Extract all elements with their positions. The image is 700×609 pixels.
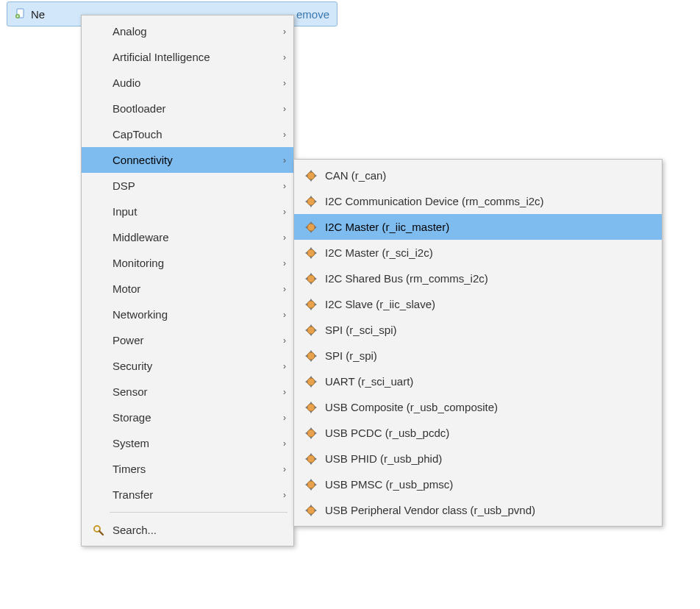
chevron-right-icon: ›: [274, 129, 286, 140]
pin-side-strip: [690, 169, 699, 559]
submenu-item-usb-phid-r-usb-phid[interactable]: USB PHID (r_usb_phid): [294, 446, 662, 471]
submenu-item-label: I2C Master (r_iic_master): [322, 221, 654, 233]
submenu-item-i2c-master-r-sci-i2c[interactable]: I2C Master (r_sci_i2c): [294, 240, 662, 266]
menu-item-dsp[interactable]: DSP›: [82, 173, 293, 199]
menu-item-middleware[interactable]: Middleware›: [82, 224, 293, 250]
menu-item-label: Audio: [110, 76, 274, 89]
submenu-item-usb-pcdc-r-usb-pcdc[interactable]: USB PCDC (r_usb_pcdc): [294, 420, 662, 446]
menu-item-sensor[interactable]: Sensor›: [82, 379, 293, 405]
menu-item-search[interactable]: Search...: [82, 517, 293, 543]
arrow-down-icon: ▼: [643, 112, 654, 122]
menu-item-label: Monitoring: [110, 257, 274, 269]
menu-item-label: Transfer: [110, 488, 274, 501]
menu-item-artificial-intelligence[interactable]: Artificial Intelligence›: [82, 44, 293, 70]
menu-item-label: Search...: [110, 524, 286, 536]
chevron-right-icon: ›: [274, 490, 286, 500]
arrow-down-icon: ▼: [642, 568, 652, 578]
menu-item-motor[interactable]: Motor›: [82, 276, 293, 302]
submenu-item-label: I2C Master (r_sci_i2c): [322, 246, 654, 259]
menu-item-label: DSP: [110, 179, 274, 192]
chevron-right-icon: ›: [274, 310, 286, 320]
module-icon: [300, 504, 322, 517]
svg-point-15: [307, 455, 315, 463]
menu-item-bootloader[interactable]: Bootloader›: [82, 96, 293, 121]
search-icon: [88, 524, 110, 537]
menu-item-power[interactable]: Power›: [82, 327, 293, 353]
module-icon: [300, 324, 322, 337]
submenu-item-label: SPI (r_spi): [322, 349, 654, 362]
pin-cell: ▲ ▼: [641, 94, 656, 129]
submenu-item-spi-r-sci-spi[interactable]: SPI (r_sci_spi): [294, 317, 662, 343]
new-stack-label: Ne: [31, 8, 45, 21]
menu-item-captouch[interactable]: CapTouch›: [82, 121, 293, 147]
module-icon: [300, 169, 322, 182]
submenu-item-label: USB Peripheral Vendor class (r_usb_pvnd): [322, 504, 654, 516]
module-icon: [300, 221, 322, 234]
submenu-item-label: I2C Slave (r_iic_slave): [322, 298, 654, 310]
arrow-down-icon: ▼: [658, 568, 668, 578]
submenu-item-usb-composite-r-usb-composite[interactable]: USB Composite (r_usb_composite): [294, 394, 662, 420]
pin-cell: [674, 94, 688, 129]
chevron-right-icon: ›: [274, 387, 286, 397]
document-add-icon: [15, 8, 26, 20]
module-icon: [300, 478, 322, 491]
menu-item-timers[interactable]: Timers›: [82, 456, 293, 482]
chevron-right-icon: ›: [274, 284, 286, 294]
menu-item-monitoring[interactable]: Monitoring›: [82, 250, 293, 276]
menu-item-networking[interactable]: Networking›: [82, 302, 293, 327]
arrow-up-icon: ▲: [642, 558, 652, 568]
submenu-item-i2c-shared-bus-rm-comms-i2c[interactable]: I2C Shared Bus (rm_comms_i2c): [294, 266, 662, 291]
submenu-item-spi-r-spi[interactable]: SPI (r_spi): [294, 343, 662, 368]
submenu-item-label: I2C Communication Device (rm_comms_i2c): [322, 195, 654, 207]
svg-point-17: [307, 507, 315, 514]
svg-point-14: [307, 430, 315, 437]
menu-item-storage[interactable]: Storage›: [82, 405, 293, 430]
chevron-right-icon: ›: [274, 413, 286, 423]
svg-point-8: [307, 275, 315, 282]
menu-item-audio[interactable]: Audio›: [82, 70, 293, 96]
menu-item-label: Bootloader: [110, 102, 274, 115]
chevron-right-icon: ›: [274, 26, 286, 37]
submenu-item-label: USB Composite (r_usb_composite): [322, 401, 654, 413]
submenu-item-can-r-can[interactable]: CAN (r_can): [294, 163, 662, 188]
submenu-item-label: SPI (r_sci_spi): [322, 324, 654, 336]
menu-item-label: Motor: [110, 282, 274, 295]
menu-item-transfer[interactable]: Transfer›: [82, 482, 293, 508]
menu-item-security[interactable]: Security›: [82, 353, 293, 379]
chevron-right-icon: ›: [274, 464, 286, 474]
chevron-right-icon: ›: [274, 361, 286, 371]
submenu-item-i2c-master-r-iic-master[interactable]: I2C Master (r_iic_master): [294, 214, 662, 240]
svg-point-10: [307, 327, 315, 334]
pin-cell: ▲ ▼: [656, 553, 671, 583]
menu-item-label: CapTouch: [110, 128, 274, 140]
svg-point-16: [307, 481, 315, 488]
chevron-right-icon: ›: [274, 438, 286, 449]
pin-cell: [607, 553, 622, 583]
submenu-item-label: I2C Shared Bus (rm_comms_i2c): [322, 272, 654, 285]
submenu-item-i2c-communication-device-rm-comms-i2c[interactable]: I2C Communication Device (rm_comms_i2c): [294, 188, 662, 214]
chevron-right-icon: ›: [274, 232, 286, 243]
svg-point-6: [307, 224, 315, 231]
arrow-up-icon: ▲: [626, 558, 636, 568]
pin-label: 8515: [643, 78, 650, 93]
submenu-item-usb-pmsc-r-usb-pmsc[interactable]: USB PMSC (r_usb_pmsc): [294, 471, 662, 497]
menu-item-label: Storage: [110, 411, 274, 424]
context-menu-primary: Analog›Artificial Intelligence›Audio›Boo…: [81, 15, 294, 546]
submenu-item-i2c-slave-r-iic-slave[interactable]: I2C Slave (r_iic_slave): [294, 291, 662, 317]
submenu-item-usb-peripheral-vendor-class-r-usb-pvnd[interactable]: USB Peripheral Vendor class (r_usb_pvnd): [294, 497, 662, 523]
remove-label-fragment: emove: [296, 8, 329, 21]
menu-item-system[interactable]: System›: [82, 430, 293, 456]
menu-item-connectivity[interactable]: Connectivity›: [82, 147, 293, 173]
submenu-item-label: CAN (r_can): [322, 169, 654, 182]
menu-item-label: Middleware: [110, 231, 274, 243]
svg-line-3: [99, 531, 103, 535]
menu-item-label: Sensor: [110, 385, 274, 398]
chevron-right-icon: ›: [274, 52, 286, 63]
submenu-item-uart-r-sci-uart[interactable]: UART (r_sci_uart): [294, 368, 662, 394]
pin-group-bottom: ▲ ▼ ▲ ▼ ▲ ▼: [607, 553, 687, 583]
chevron-right-icon: ›: [274, 335, 286, 346]
module-icon: [300, 401, 322, 414]
menu-separator: [110, 512, 288, 513]
menu-item-analog[interactable]: Analog›: [82, 18, 293, 44]
menu-item-input[interactable]: Input›: [82, 199, 293, 224]
